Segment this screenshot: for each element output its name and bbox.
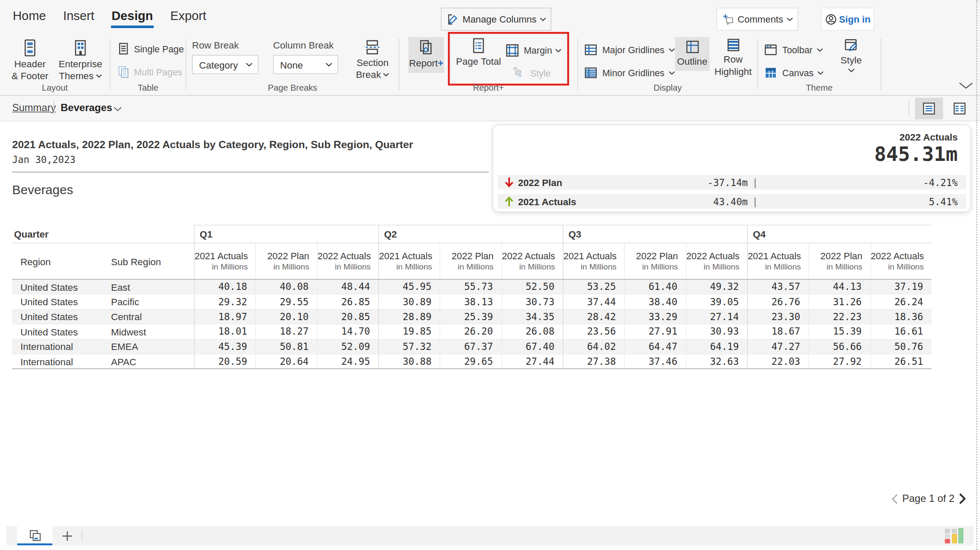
value-cell: 26.85 <box>317 295 378 309</box>
sign-in-button[interactable]: Sign in <box>821 8 875 31</box>
group-caption-report-plus: Report+ <box>399 83 578 93</box>
kpi-row-delta: -37.14m <box>646 177 748 188</box>
value-cell: 50.81 <box>255 339 316 354</box>
row-break-value: Category <box>199 59 238 70</box>
tab-insert[interactable]: Insert <box>63 7 95 29</box>
report-plus-button[interactable]: Report+ <box>408 37 444 73</box>
kpi-row-separator: | <box>752 177 758 188</box>
report-canvas: 2021 Actuals, 2022 Plan, 2022 Actuals by… <box>0 121 980 526</box>
collapse-ribbon-button[interactable] <box>958 82 974 89</box>
single-column-view-button[interactable] <box>915 98 943 120</box>
add-page-button[interactable] <box>59 526 75 545</box>
region-cell: United States <box>12 280 103 294</box>
row-highlight-button[interactable]: Row Highlight <box>713 37 753 77</box>
measure-header: 2022 Actualsin Millions <box>501 243 562 279</box>
value-cell: 37.19 <box>870 280 931 294</box>
next-page-icon[interactable] <box>958 493 966 504</box>
tab-design[interactable]: Design <box>111 7 154 29</box>
summary-tab[interactable]: Summary <box>12 102 56 114</box>
outline-button[interactable]: Outline <box>675 37 709 71</box>
value-cell: 64.47 <box>624 339 685 354</box>
page-tab-active[interactable] <box>17 526 53 545</box>
value-cell: 39.05 <box>686 295 747 309</box>
value-cell: 45.39 <box>194 339 255 354</box>
quarter-header-q2: Q2 <box>379 225 563 243</box>
comments-button[interactable]: Comments <box>717 8 798 31</box>
sub-region-cell: APAC <box>103 354 194 369</box>
quarter-header-q1: Q1 <box>194 225 379 243</box>
single-page-button[interactable]: Single Page <box>117 42 184 56</box>
region-cell: United States <box>12 309 103 324</box>
chevron-down-icon <box>848 69 855 73</box>
value-cell: 14.70 <box>317 324 378 339</box>
value-cell: 22.03 <box>747 354 808 369</box>
row-highlight-label2: Highlight <box>715 65 752 77</box>
kpi-value: 845.31m <box>875 143 958 166</box>
value-cell: 20.59 <box>194 354 255 369</box>
minor-gridlines-button[interactable]: Minor Gridlines <box>583 65 675 80</box>
table-row: United StatesMidwest18.0118.2714.7019.85… <box>12 324 932 339</box>
value-cell: 30.73 <box>501 295 562 309</box>
style-theme-button[interactable]: Style <box>833 37 869 73</box>
kpi-row-separator: | <box>752 196 758 207</box>
major-gridlines-icon <box>583 42 598 57</box>
value-cell: 40.18 <box>194 280 255 294</box>
chevron-down-icon <box>668 71 675 75</box>
margin-button[interactable]: Margin <box>504 42 561 59</box>
value-cell: 19.85 <box>378 324 439 339</box>
single-page-label: Single Page <box>134 44 184 54</box>
manage-columns-button[interactable]: Manage Columns <box>441 8 551 31</box>
chevron-down-icon[interactable] <box>114 107 122 112</box>
toolbar-icon <box>763 42 778 57</box>
table-row: InternationalAPAC20.5920.6424.9530.8829.… <box>12 354 932 370</box>
two-column-view-button[interactable] <box>946 98 974 120</box>
app-logo <box>945 528 968 544</box>
report-date: Jan 30,2023 <box>12 154 76 166</box>
column-break-select[interactable]: None <box>273 55 338 74</box>
row-break-select[interactable]: Category <box>192 55 259 74</box>
measure-header: 2021 Actualsin Millions <box>194 243 255 279</box>
tab-home[interactable]: Home <box>12 7 47 29</box>
page-total-button[interactable]: Page Total <box>454 37 503 67</box>
value-cell: 26.24 <box>870 295 931 309</box>
row-break-label: Row Break <box>192 40 239 51</box>
value-cell: 49.32 <box>686 280 747 294</box>
measure-header: 2021 Actualsin Millions <box>378 243 439 279</box>
report-title: 2021 Actuals, 2022 Plan, 2022 Actuals by… <box>12 139 413 151</box>
value-cell: 23.56 <box>563 324 624 339</box>
multi-pages-button[interactable]: Multi Pages <box>117 65 182 79</box>
style-theme-icon <box>843 37 860 54</box>
canvas-theme-button[interactable]: Canvas <box>763 65 824 80</box>
table-row: United StatesCentral18.9720.1020.8528.89… <box>12 309 932 324</box>
view-divider <box>909 100 909 116</box>
major-gridlines-button[interactable]: Major Gridlines <box>583 42 675 57</box>
sheet-tabs-bar: Summary Beverages <box>0 96 980 121</box>
value-cell: 67.40 <box>501 339 562 354</box>
value-cell: 26.76 <box>747 295 808 309</box>
chevron-down-icon <box>540 17 546 22</box>
chevron-down-icon <box>95 74 102 77</box>
report-plus-label: Report+ <box>409 57 444 69</box>
value-cell: 56.66 <box>809 339 870 354</box>
value-cell: 32.63 <box>686 354 747 369</box>
header-footer-button[interactable]: Header & Footer <box>6 38 54 82</box>
group-caption-theme: Theme <box>758 83 880 93</box>
section-break-button[interactable]: Section Break <box>351 38 394 80</box>
tab-export[interactable]: Export <box>170 7 207 29</box>
quarter-header-q4: Q4 <box>747 225 932 243</box>
ribbon-group-layout: Header & Footer Enterprise Themes Layout <box>0 36 110 95</box>
pages-icon <box>28 529 42 543</box>
beverages-tab[interactable]: Beverages <box>61 102 112 114</box>
enterprise-themes-button[interactable]: Enterprise Themes <box>55 38 106 82</box>
value-cell: 57.32 <box>378 339 439 354</box>
chevron-down-icon <box>555 48 561 53</box>
value-cell: 18.01 <box>194 324 255 339</box>
style-button-disabled[interactable]: Style <box>510 65 551 81</box>
value-cell: 27.38 <box>563 354 624 369</box>
toolbar-theme-button[interactable]: Toolbar <box>763 42 823 57</box>
value-cell: 20.64 <box>255 354 316 369</box>
kpi-row-percent: 5.41% <box>758 196 966 207</box>
value-cell: 20.10 <box>255 309 316 324</box>
section-label: Beverages <box>12 183 73 198</box>
previous-page-icon[interactable] <box>892 493 899 504</box>
